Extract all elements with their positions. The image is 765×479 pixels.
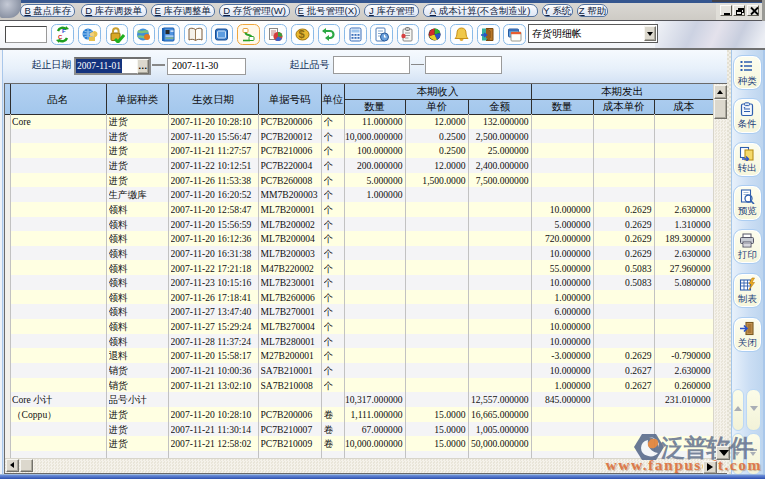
- svg-text:$: $: [298, 28, 304, 40]
- svg-text:C: C: [58, 34, 63, 40]
- svg-text:F: F: [62, 28, 66, 34]
